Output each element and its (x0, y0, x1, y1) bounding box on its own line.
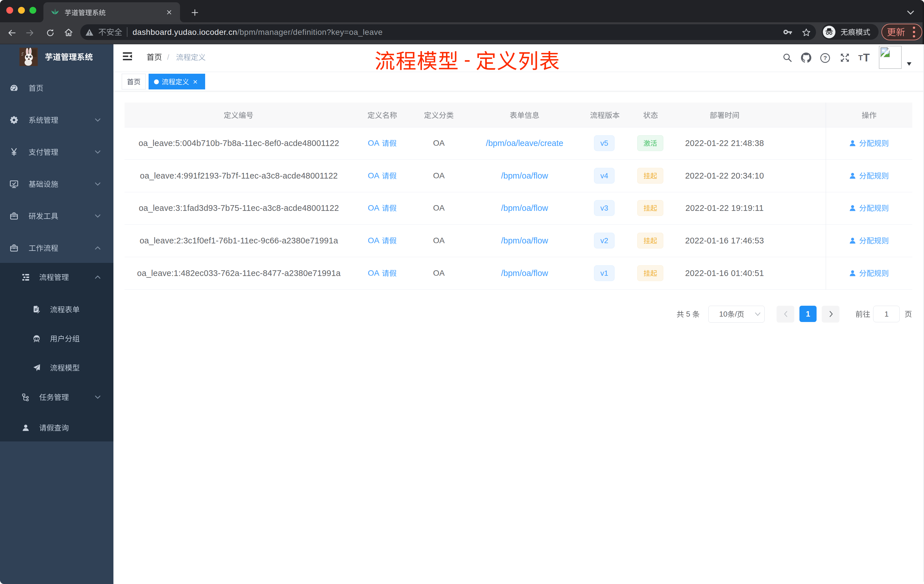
svg-text:?: ? (823, 55, 827, 61)
